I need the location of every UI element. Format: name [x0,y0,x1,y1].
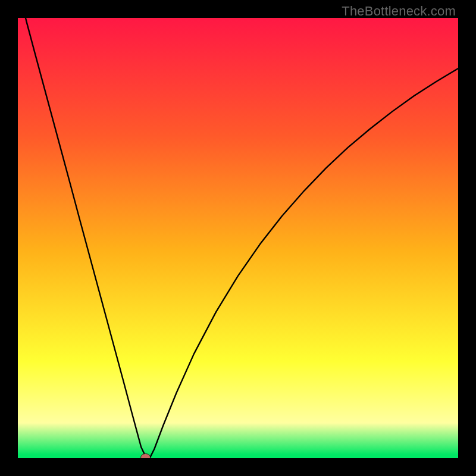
gradient-background [18,18,458,458]
watermark-text: TheBottleneck.com [342,4,456,19]
chart-frame [18,18,458,458]
bottleneck-chart [18,18,458,458]
